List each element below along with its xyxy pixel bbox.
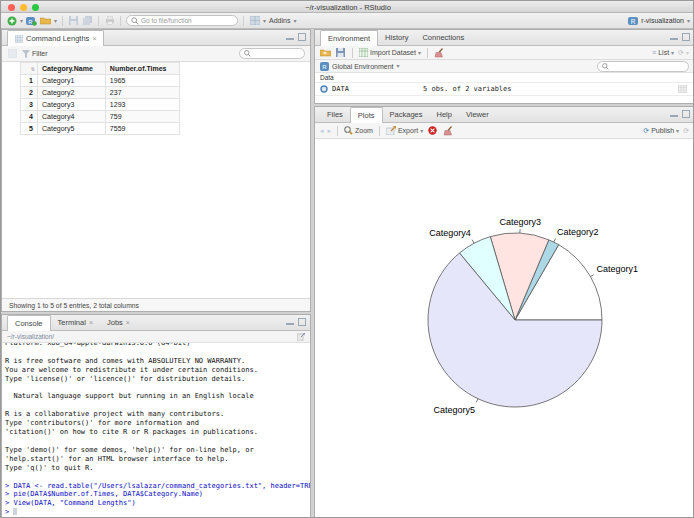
tab-connections[interactable]: Connections	[415, 30, 471, 45]
environment-search-input[interactable]	[597, 61, 689, 72]
load-workspace-icon[interactable]	[320, 47, 331, 58]
refresh-environment-button[interactable]: ⟳ ▾	[678, 49, 689, 57]
tab-label: Plots	[358, 111, 375, 120]
console-cursor[interactable]	[13, 508, 17, 515]
export-caret-icon: ▾	[420, 128, 423, 134]
search-icon	[602, 63, 609, 70]
close-tab-icon[interactable]: ×	[92, 35, 96, 42]
console-output-line	[5, 437, 310, 446]
list-view-button[interactable]: ≡ List ▾	[652, 49, 674, 56]
table-status-bar: Showing 1 to 5 of 5 entries, 2 total col…	[2, 298, 310, 311]
minimize-pane-icon[interactable]	[670, 33, 678, 40]
close-tab-icon[interactable]: ×	[89, 319, 93, 326]
clear-plots-icon[interactable]	[442, 125, 453, 136]
rstudio-window: ~/r-visualization - RStudio ▾ R ▾	[0, 0, 694, 518]
environment-object-row[interactable]: DATA 5 obs. of 2 variables	[315, 83, 694, 96]
tab-viewer[interactable]: Viewer	[459, 107, 496, 122]
addins-caret-icon[interactable]: ▾	[293, 18, 296, 24]
publish-icon: ⟳	[643, 127, 649, 135]
table-cell: 7559	[105, 123, 179, 135]
minimize-pane-icon[interactable]	[286, 318, 294, 325]
filter-button[interactable]: Filter	[22, 48, 48, 59]
object-name: DATA	[332, 85, 349, 93]
save-workspace-icon[interactable]	[335, 47, 346, 58]
col-header-number-of-times[interactable]: Number.of.Times	[105, 63, 179, 75]
clear-environment-icon[interactable]	[434, 47, 445, 58]
view-object-icon[interactable]	[677, 84, 688, 95]
zoom-plot-button[interactable]: Zoom	[344, 126, 373, 135]
table-header-row: ⇅ Category.Name Number.of.Times	[21, 63, 180, 75]
table-row[interactable]: 1Category11965	[21, 75, 180, 87]
tab-label: Files	[327, 110, 343, 119]
zoom-label: Zoom	[355, 127, 373, 134]
minimize-pane-icon[interactable]	[670, 110, 678, 117]
row-number-cell: 3	[21, 99, 38, 111]
project-menu-button[interactable]: R r-visualization ▾	[627, 15, 690, 26]
console-output[interactable]: Platform: x86_64-apple-darwin15.6.0 (64-…	[2, 343, 310, 518]
export-label: Export	[398, 127, 418, 134]
tab-label: Help	[436, 110, 451, 119]
table-search-input[interactable]	[239, 48, 305, 59]
save-all-icon[interactable]	[82, 15, 93, 26]
maximize-pane-icon[interactable]	[682, 110, 690, 118]
refresh-plot-icon[interactable]: ⟳	[683, 127, 689, 135]
import-dataset-caret-icon: ▾	[418, 50, 421, 56]
pane-layout-icon[interactable]	[249, 15, 260, 26]
maximize-pane-icon[interactable]	[298, 318, 306, 326]
next-plot-icon[interactable]: ▸	[328, 127, 332, 135]
tab-packages[interactable]: Packages	[383, 107, 430, 122]
addins-button[interactable]: Addins	[269, 17, 290, 24]
close-tab-icon[interactable]: ×	[126, 319, 130, 326]
export-plot-button[interactable]: Export ▾	[386, 126, 423, 135]
remove-plot-icon[interactable]	[427, 125, 438, 136]
col-header-category-name[interactable]: Category.Name	[38, 63, 106, 75]
publish-button[interactable]: ⟳ Publish ▾	[643, 127, 679, 135]
new-file-icon[interactable]	[6, 15, 17, 26]
tab-files[interactable]: Files	[320, 107, 350, 122]
tab-plots[interactable]: Plots	[350, 107, 383, 123]
tab-jobs[interactable]: Jobs ×	[100, 315, 137, 330]
table-row[interactable]: 2Category2237	[21, 87, 180, 99]
new-project-icon[interactable]: R	[26, 15, 37, 26]
table-row[interactable]: 3Category31293	[21, 99, 180, 111]
minimize-pane-icon[interactable]	[286, 33, 294, 40]
tab-environment[interactable]: Environment	[320, 30, 378, 46]
scope-selector[interactable]: Global Environment	[332, 63, 393, 70]
pie-label-category3: Category3	[499, 217, 541, 227]
console-output-line: Type 'q()' to quit R.	[5, 464, 310, 473]
plot-area: Category1Category2Category3Category4Cate…	[315, 140, 694, 518]
zoom-icon	[344, 126, 353, 135]
console-working-directory: ~/r-visualization/	[2, 331, 310, 343]
print-icon[interactable]	[104, 15, 115, 26]
save-icon[interactable]	[68, 15, 79, 26]
plots-tabbar: Files Plots Packages Help Viewer	[315, 107, 694, 123]
tab-help[interactable]: Help	[429, 107, 458, 122]
table-row[interactable]: 4Category4759	[21, 111, 180, 123]
import-dataset-icon	[359, 47, 368, 58]
new-file-caret-icon[interactable]: ▾	[20, 18, 23, 24]
scope-caret-icon[interactable]: ▾	[396, 63, 399, 69]
tab-terminal[interactable]: Terminal ×	[51, 315, 100, 330]
previous-plot-icon[interactable]: ◂	[320, 127, 324, 135]
goto-file-input[interactable]: Go to file/function	[126, 15, 238, 26]
pie-label-category4: Category4	[429, 228, 471, 238]
pane-layout-caret-icon[interactable]: ▾	[263, 18, 266, 24]
import-dataset-button[interactable]: Import Dataset ▾	[359, 47, 421, 58]
console-output-line: R is free software and comes with ABSOLU…	[5, 357, 310, 366]
open-file-caret-icon[interactable]: ▾	[54, 18, 57, 24]
corner-header-cell[interactable]: ⇅	[21, 63, 38, 75]
open-file-icon[interactable]	[40, 15, 51, 26]
console-output-line: 'citation()' on how to cite R or R packa…	[5, 428, 310, 437]
tab-history[interactable]: History	[378, 30, 415, 45]
maximize-pane-icon[interactable]	[298, 33, 306, 41]
project-caret-icon: ▾	[687, 18, 690, 24]
view-working-dir-icon[interactable]	[297, 333, 305, 341]
object-summary: 5 obs. of 2 variables	[423, 85, 512, 93]
popout-icon[interactable]	[7, 48, 18, 59]
tab-label: Connections	[422, 33, 464, 42]
tab-console[interactable]: Console	[7, 315, 51, 331]
table-row[interactable]: 5Category57559	[21, 123, 180, 135]
pie-label-tick	[476, 399, 478, 403]
tab-command-lengths[interactable]: Command Lengths ×	[7, 30, 104, 46]
maximize-pane-icon[interactable]	[682, 33, 690, 41]
